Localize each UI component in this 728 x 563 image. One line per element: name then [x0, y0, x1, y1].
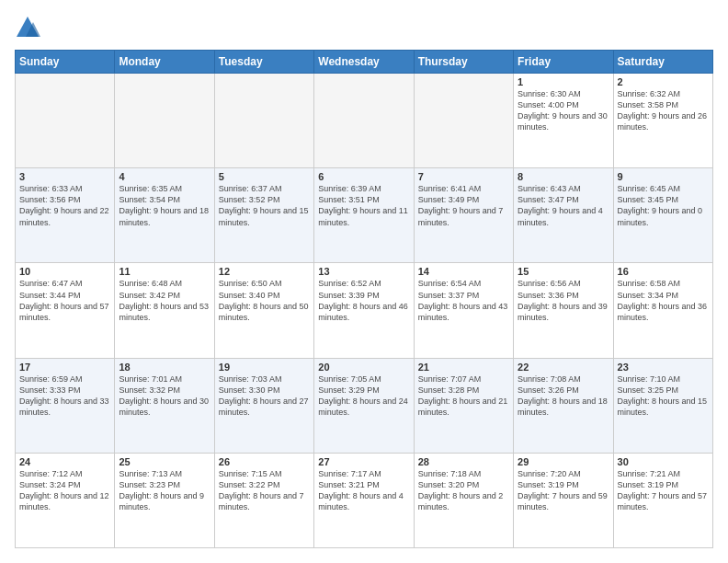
weekday-header-thursday: Thursday [414, 51, 513, 74]
day-info: Sunrise: 7:13 AM Sunset: 3:23 PM Dayligh… [119, 468, 210, 513]
day-number: 28 [418, 456, 509, 467]
weekday-header-friday: Friday [514, 51, 613, 74]
calendar-cell: 29Sunrise: 7:20 AM Sunset: 3:19 PM Dayli… [514, 453, 613, 547]
day-number: 29 [518, 456, 609, 467]
day-number: 21 [418, 362, 509, 373]
day-info: Sunrise: 6:39 AM Sunset: 3:51 PM Dayligh… [318, 183, 409, 228]
calendar-cell: 30Sunrise: 7:21 AM Sunset: 3:19 PM Dayli… [613, 453, 712, 547]
day-info: Sunrise: 7:10 AM Sunset: 3:25 PM Dayligh… [618, 373, 709, 419]
day-info: Sunrise: 6:58 AM Sunset: 3:34 PM Dayligh… [618, 278, 709, 323]
calendar-cell [16, 74, 115, 168]
calendar-cell: 17Sunrise: 6:59 AM Sunset: 3:33 PM Dayli… [16, 358, 115, 453]
day-info: Sunrise: 6:30 AM Sunset: 4:00 PM Dayligh… [518, 88, 609, 133]
day-number: 8 [518, 171, 609, 182]
day-number: 5 [219, 171, 310, 182]
day-info: Sunrise: 6:47 AM Sunset: 3:44 PM Dayligh… [19, 278, 110, 323]
page: SundayMondayTuesdayWednesdayThursdayFrid… [0, 0, 728, 563]
calendar-cell: 12Sunrise: 6:50 AM Sunset: 3:40 PM Dayli… [214, 263, 313, 358]
weekday-header-sunday: Sunday [16, 51, 115, 74]
day-number: 25 [119, 456, 210, 467]
day-info: Sunrise: 7:05 AM Sunset: 3:29 PM Dayligh… [318, 373, 409, 419]
weekday-header-saturday: Saturday [613, 51, 712, 74]
day-number: 3 [19, 171, 110, 182]
calendar-cell: 2Sunrise: 6:32 AM Sunset: 3:58 PM Daylig… [613, 74, 712, 168]
calendar-cell: 1Sunrise: 6:30 AM Sunset: 4:00 PM Daylig… [514, 74, 613, 168]
weekday-header-tuesday: Tuesday [214, 51, 313, 74]
calendar-cell: 3Sunrise: 6:33 AM Sunset: 3:56 PM Daylig… [16, 168, 115, 263]
day-number: 13 [318, 266, 409, 277]
day-info: Sunrise: 6:45 AM Sunset: 3:45 PM Dayligh… [618, 183, 709, 228]
day-number: 12 [219, 266, 310, 277]
calendar-week-5: 24Sunrise: 7:12 AM Sunset: 3:24 PM Dayli… [16, 453, 713, 547]
day-number: 18 [119, 362, 210, 373]
day-number: 26 [219, 456, 310, 467]
calendar-cell [414, 74, 513, 168]
day-number: 2 [618, 76, 709, 87]
day-number: 14 [418, 266, 509, 277]
calendar-cell [314, 74, 414, 168]
day-info: Sunrise: 6:50 AM Sunset: 3:40 PM Dayligh… [219, 278, 310, 323]
calendar-cell: 25Sunrise: 7:13 AM Sunset: 3:23 PM Dayli… [115, 453, 214, 547]
day-number: 24 [19, 456, 110, 467]
calendar-cell: 20Sunrise: 7:05 AM Sunset: 3:29 PM Dayli… [314, 358, 414, 453]
day-number: 15 [518, 266, 609, 277]
logo [15, 15, 44, 40]
day-number: 6 [318, 171, 409, 182]
logo-icon [15, 15, 40, 40]
day-number: 4 [119, 171, 210, 182]
day-number: 19 [219, 362, 310, 373]
day-number: 17 [19, 362, 110, 373]
day-info: Sunrise: 6:54 AM Sunset: 3:37 PM Dayligh… [418, 278, 509, 323]
calendar-cell: 21Sunrise: 7:07 AM Sunset: 3:28 PM Dayli… [414, 358, 513, 453]
calendar-table: SundayMondayTuesdayWednesdayThursdayFrid… [15, 50, 713, 548]
calendar-cell: 11Sunrise: 6:48 AM Sunset: 3:42 PM Dayli… [115, 263, 214, 358]
calendar-cell: 27Sunrise: 7:17 AM Sunset: 3:21 PM Dayli… [314, 453, 414, 547]
calendar-header-row: SundayMondayTuesdayWednesdayThursdayFrid… [16, 51, 713, 74]
day-info: Sunrise: 7:15 AM Sunset: 3:22 PM Dayligh… [219, 468, 310, 513]
calendar-week-1: 1Sunrise: 6:30 AM Sunset: 4:00 PM Daylig… [16, 74, 713, 168]
day-info: Sunrise: 7:01 AM Sunset: 3:32 PM Dayligh… [119, 373, 210, 419]
calendar-cell: 15Sunrise: 6:56 AM Sunset: 3:36 PM Dayli… [514, 263, 613, 358]
calendar-cell: 26Sunrise: 7:15 AM Sunset: 3:22 PM Dayli… [214, 453, 313, 547]
calendar-cell: 8Sunrise: 6:43 AM Sunset: 3:47 PM Daylig… [514, 168, 613, 263]
day-number: 11 [119, 266, 210, 277]
calendar-cell: 28Sunrise: 7:18 AM Sunset: 3:20 PM Dayli… [414, 453, 513, 547]
calendar-cell: 4Sunrise: 6:35 AM Sunset: 3:54 PM Daylig… [115, 168, 214, 263]
calendar-week-2: 3Sunrise: 6:33 AM Sunset: 3:56 PM Daylig… [16, 168, 713, 263]
day-number: 30 [618, 456, 709, 467]
day-info: Sunrise: 6:48 AM Sunset: 3:42 PM Dayligh… [119, 278, 210, 323]
day-number: 10 [19, 266, 110, 277]
day-info: Sunrise: 6:32 AM Sunset: 3:58 PM Dayligh… [618, 88, 709, 133]
day-info: Sunrise: 7:17 AM Sunset: 3:21 PM Dayligh… [318, 468, 409, 513]
weekday-header-monday: Monday [115, 51, 214, 74]
day-info: Sunrise: 6:59 AM Sunset: 3:33 PM Dayligh… [19, 373, 110, 419]
day-info: Sunrise: 6:43 AM Sunset: 3:47 PM Dayligh… [518, 183, 609, 228]
calendar-cell: 23Sunrise: 7:10 AM Sunset: 3:25 PM Dayli… [613, 358, 712, 453]
calendar-cell: 18Sunrise: 7:01 AM Sunset: 3:32 PM Dayli… [115, 358, 214, 453]
calendar-week-3: 10Sunrise: 6:47 AM Sunset: 3:44 PM Dayli… [16, 263, 713, 358]
header [15, 15, 713, 40]
day-info: Sunrise: 7:18 AM Sunset: 3:20 PM Dayligh… [418, 468, 509, 513]
calendar-cell: 19Sunrise: 7:03 AM Sunset: 3:30 PM Dayli… [214, 358, 313, 453]
calendar-cell: 22Sunrise: 7:08 AM Sunset: 3:26 PM Dayli… [514, 358, 613, 453]
day-number: 23 [618, 362, 709, 373]
day-number: 20 [318, 362, 409, 373]
calendar-cell: 6Sunrise: 6:39 AM Sunset: 3:51 PM Daylig… [314, 168, 414, 263]
day-info: Sunrise: 6:41 AM Sunset: 3:49 PM Dayligh… [418, 183, 509, 228]
day-number: 27 [318, 456, 409, 467]
weekday-header-wednesday: Wednesday [314, 51, 414, 74]
day-info: Sunrise: 7:12 AM Sunset: 3:24 PM Dayligh… [19, 468, 110, 513]
day-number: 22 [518, 362, 609, 373]
day-number: 7 [418, 171, 509, 182]
calendar-cell: 14Sunrise: 6:54 AM Sunset: 3:37 PM Dayli… [414, 263, 513, 358]
calendar-cell: 7Sunrise: 6:41 AM Sunset: 3:49 PM Daylig… [414, 168, 513, 263]
calendar-cell: 10Sunrise: 6:47 AM Sunset: 3:44 PM Dayli… [16, 263, 115, 358]
calendar-week-4: 17Sunrise: 6:59 AM Sunset: 3:33 PM Dayli… [16, 358, 713, 453]
calendar-cell: 5Sunrise: 6:37 AM Sunset: 3:52 PM Daylig… [214, 168, 313, 263]
day-info: Sunrise: 6:33 AM Sunset: 3:56 PM Dayligh… [19, 183, 110, 228]
day-info: Sunrise: 7:08 AM Sunset: 3:26 PM Dayligh… [518, 373, 609, 419]
day-info: Sunrise: 6:52 AM Sunset: 3:39 PM Dayligh… [318, 278, 409, 323]
day-info: Sunrise: 6:35 AM Sunset: 3:54 PM Dayligh… [119, 183, 210, 228]
day-number: 16 [618, 266, 709, 277]
day-info: Sunrise: 7:21 AM Sunset: 3:19 PM Dayligh… [618, 468, 709, 513]
